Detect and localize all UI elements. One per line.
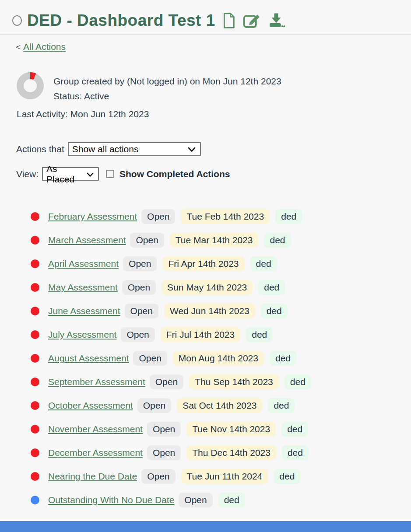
action-row: February Assessment Open Tue Feb 14th 20… (0, 205, 411, 228)
action-due-badge: Sun May 14th 2023 (162, 280, 253, 295)
action-status-dot (31, 448, 39, 457)
action-link[interactable]: March Assessment (48, 235, 126, 245)
action-tag-badge: ded (268, 398, 295, 413)
action-status-dot (31, 401, 39, 410)
group-info: Group created by (Not logged in) on Mon … (17, 72, 411, 119)
action-status-badge: Open (125, 304, 158, 318)
action-status-dot (31, 354, 39, 363)
action-due-badge: Fri Jul 14th 2023 (161, 327, 240, 342)
action-due-badge: Thu Sep 14th 2023 (189, 374, 279, 389)
action-link[interactable]: June Assessment (48, 306, 120, 316)
action-status-dot (31, 307, 39, 315)
action-status-badge: Open (137, 398, 171, 413)
action-row: July Assessment Open Fri Jul 14th 2023 d… (0, 323, 411, 346)
action-link[interactable]: September Assessment (48, 377, 145, 387)
action-status-dot (31, 212, 39, 221)
action-status-badge: Open (150, 374, 183, 389)
action-row: March Assessment Open Tue Mar 14th 2023 … (0, 228, 411, 252)
action-link[interactable]: April Assessment (48, 259, 119, 269)
action-status-badge: Open (121, 327, 155, 342)
action-due-badge: Tue Jun 11th 2024 (181, 469, 268, 484)
bottom-scrollbar[interactable] (0, 521, 411, 532)
action-due-badge: Tue Feb 14th 2023 (181, 209, 270, 224)
breadcrumb: < All Actions (16, 42, 411, 52)
edit-icon[interactable] (242, 12, 261, 29)
action-status-badge: Open (122, 280, 156, 295)
action-tag-badge: ded (285, 374, 311, 389)
last-activity-line: Last Activity: Mon Jun 12th 2023 (17, 109, 411, 119)
action-status-dot (31, 259, 39, 268)
action-row: Nearing the Due Date Open Tue Jun 11th 2… (0, 465, 411, 488)
actions-filter-select[interactable]: Show all actions (68, 142, 201, 156)
action-row: November Assessment Open Tue Nov 14th 20… (0, 417, 411, 441)
action-status-badge: Open (133, 351, 167, 366)
action-status-dot (31, 425, 39, 434)
view-filter-value: As Placed (46, 164, 83, 185)
action-due-badge: Tue Nov 14th 2023 (186, 422, 276, 437)
action-row: October Assessment Open Sat Oct 14th 202… (0, 394, 411, 417)
action-link[interactable]: July Assessment (48, 329, 116, 340)
action-due-badge: Fri Apr 14th 2023 (162, 256, 244, 271)
action-list: February Assessment Open Tue Feb 14th 20… (0, 205, 411, 512)
group-created-line: Group created by (Not logged in) on Mon … (53, 74, 281, 89)
actions-filter-label: Actions that (16, 144, 64, 154)
action-link[interactable]: May Assessment (48, 282, 118, 293)
action-row: September Assessment Open Thu Sep 14th 2… (0, 370, 411, 394)
action-link[interactable]: February Assessment (48, 211, 137, 222)
action-tag-badge: ded (275, 209, 302, 224)
action-status-dot (31, 283, 39, 292)
filters: Actions that Show all actions View: As P… (16, 142, 411, 181)
action-status-badge: Open (141, 209, 175, 224)
action-status-badge: Open (147, 445, 181, 460)
action-link[interactable]: December Assessment (48, 448, 143, 458)
show-completed-checkbox[interactable] (106, 170, 114, 178)
action-row: June Assessment Open Wed Jun 14th 2023 d… (0, 299, 411, 323)
action-tag-badge: ded (218, 493, 245, 508)
action-link[interactable]: October Assessment (48, 400, 133, 411)
action-link[interactable]: November Assessment (48, 424, 143, 434)
action-tag-badge: ded (274, 469, 300, 484)
action-tag-badge: ded (261, 304, 288, 318)
action-row: August Assessment Open Mon Aug 14th 2023… (0, 346, 411, 370)
action-due-badge: Sat Oct 14th 2023 (177, 398, 262, 413)
group-status-line: Status: Active (53, 89, 281, 104)
action-tag-badge: ded (246, 327, 273, 342)
action-status-dot (31, 330, 39, 339)
page-header: DED - Dashboard Test 1 (0, 0, 411, 34)
page-title: DED - Dashboard Test 1 (27, 11, 215, 30)
actions-filter-value: Show all actions (72, 144, 139, 154)
document-icon[interactable] (221, 12, 236, 29)
show-completed-label: Show Completed Actions (119, 169, 230, 179)
action-due-badge: Thu Dec 14th 2023 (186, 445, 276, 460)
action-row: Outstanding With No Due Date Open ded (0, 488, 411, 512)
action-tag-badge: ded (282, 445, 309, 460)
chevron-down-icon (87, 169, 94, 179)
chevron-down-icon (188, 144, 196, 154)
view-filter-label: View: (16, 169, 39, 179)
view-filter-select[interactable]: As Placed (42, 167, 99, 181)
action-tag-badge: ded (270, 351, 296, 366)
action-row: April Assessment Open Fri Apr 14th 2023 … (0, 252, 411, 276)
status-circle-icon (12, 15, 22, 26)
action-status-badge: Open (179, 493, 212, 508)
action-tag-badge: ded (264, 233, 291, 248)
action-tag-badge: ded (281, 422, 308, 437)
action-status-dot (31, 472, 39, 481)
action-link[interactable]: Outstanding With No Due Date (48, 495, 174, 505)
download-icon[interactable] (267, 12, 285, 29)
action-tag-badge: ded (258, 280, 285, 295)
action-tag-badge: ded (250, 256, 277, 271)
all-actions-link[interactable]: All Actions (23, 42, 66, 52)
action-status-badge: Open (141, 469, 175, 484)
action-status-badge: Open (147, 422, 181, 437)
action-due-badge: Tue Mar 14th 2023 (170, 233, 259, 248)
header-divider (0, 34, 411, 35)
action-link[interactable]: Nearing the Due Date (48, 471, 137, 482)
action-row: December Assessment Open Thu Dec 14th 20… (0, 441, 411, 465)
action-link[interactable]: August Assessment (48, 353, 129, 364)
action-due-badge: Mon Aug 14th 2023 (173, 351, 264, 366)
action-row: May Assessment Open Sun May 14th 2023 de… (0, 276, 411, 299)
action-status-badge: Open (130, 233, 164, 248)
progress-donut-chart (17, 72, 44, 99)
action-status-badge: Open (123, 256, 157, 271)
